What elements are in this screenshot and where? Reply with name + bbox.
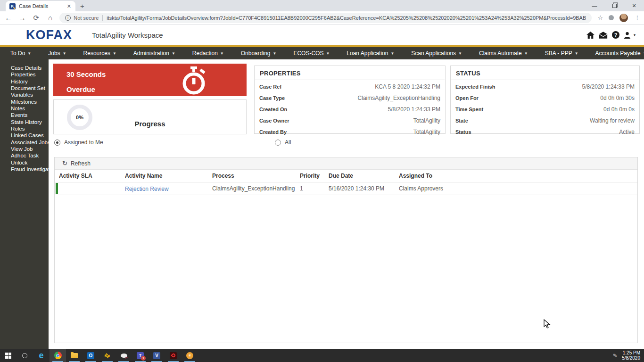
chrome-button[interactable]: [50, 349, 66, 362]
column-activity-name[interactable]: Activity Name: [125, 173, 212, 179]
sidebar-item-history[interactable]: History: [11, 78, 49, 85]
main-content: 30 Seconds Overdue 0% Progress PROPERTIE…: [49, 59, 644, 349]
sidebar-item-fraud-investigation[interactable]: Fraud Investigation: [11, 166, 49, 173]
menu-ecos-cos[interactable]: ECOS-COS▼: [283, 47, 336, 59]
forward-button[interactable]: →: [17, 14, 28, 22]
sidebar-item-associated-jobs[interactable]: Associated Jobs: [11, 139, 49, 146]
cell-priority: 1: [300, 185, 329, 192]
sidebar-item-adhoc-task[interactable]: Adhoc Task: [11, 152, 49, 159]
menu-scan-applications[interactable]: Scan Applications▼: [401, 47, 469, 59]
acrobat-button[interactable]: [165, 349, 182, 362]
overdue-banner: 30 Seconds Overdue: [53, 64, 247, 96]
menu-to-do[interactable]: To Do▼: [0, 47, 38, 59]
start-button[interactable]: [0, 349, 17, 362]
column-process[interactable]: Process: [212, 173, 300, 179]
sidebar-item-state-history[interactable]: State History: [11, 119, 49, 125]
status-row: Open For0d 0h 0m 30s: [451, 92, 639, 104]
not-secure-label[interactable]: Not secure: [74, 15, 99, 21]
browser-menu-icon[interactable]: ⋮: [635, 15, 640, 21]
help-icon[interactable]: ?: [612, 31, 619, 39]
column-assigned-to[interactable]: Assigned To: [399, 173, 637, 179]
site-info-icon[interactable]: i: [65, 15, 71, 21]
menu-administration[interactable]: Administration▼: [123, 47, 182, 59]
menu-redaction[interactable]: Redaction▼: [182, 47, 231, 59]
url-text[interactable]: itskta/TotalAgility/Forms/JobDetailsOver…: [107, 15, 586, 21]
internet-explorer-icon: e: [39, 351, 43, 360]
status-row: Expected Finish5/8/2020 1:24:33 PM: [451, 81, 639, 92]
acrobat-icon: [170, 352, 177, 359]
caret-down-icon: ▼: [220, 51, 224, 56]
sidebar-item-properties[interactable]: Properties: [11, 71, 49, 78]
sidebar-item-events[interactable]: Events: [11, 112, 49, 118]
property-row: Created On5/8/2020 1:24:33 PM: [255, 104, 445, 115]
system-tray: ✎ 1:25 PM 5/8/2020: [613, 349, 644, 362]
orange-app-button[interactable]: ✳: [182, 349, 198, 362]
sidebar-item-case-details[interactable]: Case Details: [11, 65, 49, 71]
browser-tab[interactable]: K Case Details ✕: [6, 1, 75, 11]
omnibox-divider: [102, 15, 103, 21]
menu-loan-application[interactable]: Loan Application▼: [336, 47, 401, 59]
radio-assigned-to-me[interactable]: Assigned to Me: [54, 139, 103, 146]
outlook-button[interactable]: O: [83, 349, 99, 362]
column-priority[interactable]: Priority: [300, 173, 329, 179]
kofax-logo: KOFAX: [26, 28, 72, 42]
overdue-duration: 30 Seconds: [66, 70, 106, 78]
refresh-button[interactable]: Refresh: [71, 160, 91, 167]
window-close-button[interactable]: ✕: [624, 0, 644, 11]
radio-unselected-icon[interactable]: [275, 140, 281, 146]
window-restore-button[interactable]: [604, 0, 624, 11]
snipping-tool-button[interactable]: [116, 349, 132, 362]
home-button[interactable]: ⌂: [45, 14, 56, 22]
remote-tool-button[interactable]: ⇄: [99, 349, 116, 362]
column-activity-sla[interactable]: Activity SLA: [55, 173, 125, 179]
sidebar-item-unlock[interactable]: Unlock: [11, 159, 49, 166]
browser-profile-avatar[interactable]: [619, 14, 628, 22]
refresh-icon[interactable]: ↻: [62, 160, 67, 167]
new-tab-button[interactable]: +: [80, 2, 84, 10]
column-due-date[interactable]: Due Date: [329, 173, 399, 179]
table-row[interactable]: Rejection Review ClaimsAgility_Exception…: [55, 182, 637, 195]
internet-explorer-button[interactable]: e: [33, 349, 50, 362]
user-icon[interactable]: [624, 32, 631, 39]
property-row: Created ByTotalAgility: [255, 126, 445, 138]
visio-button[interactable]: V: [149, 349, 165, 362]
teams-button[interactable]: T1: [132, 349, 149, 362]
bookmark-star-icon[interactable]: ☆: [597, 14, 603, 21]
sidebar-item-milestones[interactable]: Milestones: [11, 99, 49, 105]
mail-icon[interactable]: [599, 32, 608, 39]
caret-down-icon: ▼: [63, 51, 66, 56]
extension-icon[interactable]: [609, 15, 614, 20]
file-explorer-button[interactable]: [66, 349, 83, 362]
caret-down-icon: ▼: [524, 51, 528, 56]
menu-jobs[interactable]: Jobs▼: [38, 47, 73, 59]
cortana-button[interactable]: [17, 349, 33, 362]
window-minimize-button[interactable]: —: [585, 0, 604, 11]
address-bar[interactable]: i Not secure itskta/TotalAgility/Forms/J…: [59, 13, 592, 23]
menu-claims-automate[interactable]: Claims Automate▼: [469, 47, 535, 59]
sidebar-item-variables[interactable]: Variables: [11, 91, 49, 98]
radio-selected-icon[interactable]: [54, 140, 60, 146]
radio-all[interactable]: All: [275, 139, 291, 146]
app-title: TotalAgility Workspace: [92, 31, 163, 39]
user-caret-icon[interactable]: ▾: [634, 33, 636, 37]
taskbar-clock[interactable]: 1:25 PM 5/8/2020: [622, 350, 640, 361]
sidebar-item-linked-cases[interactable]: Linked Cases: [11, 132, 49, 139]
back-button[interactable]: ←: [3, 14, 14, 22]
sidebar-item-view-job[interactable]: View Job: [11, 146, 49, 152]
menu-resources[interactable]: Resources▼: [73, 47, 123, 59]
menu-sba-ppp[interactable]: SBA - PPP▼: [535, 47, 585, 59]
windows-logo-icon: [5, 353, 11, 359]
sidebar-item-notes[interactable]: Notes: [11, 105, 49, 112]
tab-close-icon[interactable]: ✕: [66, 3, 73, 9]
sidebar-item-document-set[interactable]: Document Set: [11, 85, 49, 91]
menu-accounts-payable[interactable]: Accounts Payable▼: [585, 47, 644, 59]
browser-toolbar: ← → ⟳ ⌂ i Not secure itskta/TotalAgility…: [0, 11, 644, 25]
sidebar-item-roles[interactable]: Roles: [11, 125, 49, 132]
menu-onboarding[interactable]: Onboarding▼: [231, 47, 283, 59]
pen-icon[interactable]: ✎: [612, 352, 618, 359]
reload-button[interactable]: ⟳: [31, 14, 42, 22]
home-icon[interactable]: [586, 32, 594, 39]
progress-card: 0% Progress: [53, 99, 247, 134]
activity-link[interactable]: Rejection Review: [125, 186, 169, 192]
main-menu-bar: To Do▼ Jobs▼ Resources▼ Administration▼ …: [0, 47, 644, 59]
